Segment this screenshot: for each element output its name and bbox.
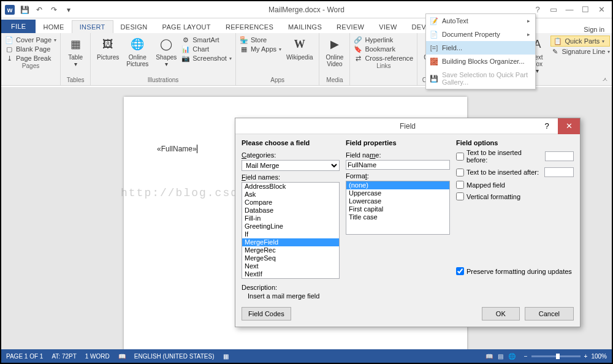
fieldnames-listbox[interactable]: AddressBlockAskCompareDatabaseFill-inGre… (242, 182, 340, 279)
tab-view[interactable]: VIEW (371, 21, 404, 33)
format-listbox[interactable]: (none)UppercaseLowercaseFirst capitalTit… (346, 181, 450, 235)
fieldname-item[interactable]: Database (242, 207, 339, 214)
opt-before-check[interactable] (456, 153, 464, 161)
smartart-button[interactable]: ⚙SmartArt (181, 36, 232, 44)
tab-file[interactable]: FILE (1, 20, 36, 33)
dialog-titlebar[interactable]: Field ? ✕ (235, 118, 580, 134)
chart-button[interactable]: 📊Chart (181, 45, 232, 53)
signature-line-button[interactable]: ✎Signature Line (550, 47, 610, 56)
shapes-button[interactable]: ◯Shapes▾ (153, 34, 179, 69)
qat-customize-icon[interactable]: ▾ (64, 5, 74, 15)
dialog-close-icon[interactable]: ✕ (558, 118, 580, 134)
fieldname-item[interactable]: If (242, 230, 339, 238)
collapse-ribbon-icon[interactable]: ㅅ (602, 75, 608, 84)
fieldname-item[interactable]: MergeField (242, 238, 339, 246)
wikipedia-button[interactable]: WWikipedia (284, 34, 315, 62)
view-read-icon[interactable]: 📖 (485, 353, 493, 360)
merge-field-text: «FullName» (157, 145, 197, 153)
opt-before[interactable]: Text to be inserted before: (456, 149, 574, 164)
status-language[interactable]: ENGLISH (UNITED STATES) (134, 353, 215, 360)
opt-mapped[interactable]: Mapped field (456, 181, 574, 189)
fieldname-item[interactable]: Set (242, 278, 339, 279)
format-item[interactable]: (none) (346, 181, 449, 189)
blank-page-button[interactable]: ▢Blank Page (5, 45, 56, 53)
categories-select[interactable]: Mail Merge (242, 160, 340, 171)
menu-autotext[interactable]: 📝AutoText▸ (426, 14, 535, 28)
status-macro-icon[interactable]: ▦ (223, 353, 229, 360)
bookmark-button[interactable]: 🔖Bookmark (354, 45, 413, 53)
signin-link[interactable]: Sign in (584, 26, 612, 33)
screenshot-button[interactable]: 📷Screenshot (181, 54, 232, 63)
crossref-button[interactable]: ⇄Cross-reference (354, 54, 413, 63)
maximize-icon[interactable]: ☐ (581, 5, 590, 14)
opt-before-input[interactable] (545, 151, 574, 161)
opt-vertical-check[interactable] (456, 192, 464, 200)
help-icon[interactable]: ? (533, 5, 542, 14)
tab-home[interactable]: HOME (36, 21, 71, 33)
fieldname-input[interactable] (346, 160, 450, 170)
opt-preserve[interactable]: Preserve formatting during updates (456, 267, 574, 275)
format-item[interactable]: Lowercase (346, 197, 449, 205)
status-proofing-icon[interactable]: 📖 (118, 353, 126, 360)
minimize-icon[interactable]: — (565, 5, 574, 14)
zoom-slider[interactable] (531, 355, 581, 357)
close-icon[interactable]: ✕ (597, 5, 606, 14)
status-at[interactable]: AT: 72PT (51, 353, 76, 360)
view-buttons: 📖 ▤ 🌐 (485, 353, 516, 360)
redo-icon[interactable]: ↷ (49, 5, 59, 15)
opt-preserve-check[interactable] (456, 267, 464, 275)
format-item[interactable]: First capital (346, 205, 449, 213)
fieldname-item[interactable]: AddressBlock (242, 183, 339, 191)
page-break-button[interactable]: ⤓Page Break (5, 54, 56, 63)
options-label: Field options (456, 139, 574, 146)
fieldname-item[interactable]: Fill-in (242, 214, 339, 222)
opt-mapped-check[interactable] (456, 181, 464, 189)
myapps-button[interactable]: ▦My Apps (240, 45, 281, 53)
save-icon[interactable]: 💾 (20, 5, 29, 15)
fieldname-item[interactable]: NextIf (242, 270, 339, 278)
fieldname-item[interactable]: Next (242, 262, 339, 270)
field-codes-button[interactable]: Field Codes (242, 307, 291, 320)
store-button[interactable]: 🏪Store (240, 36, 281, 44)
tab-references[interactable]: REFERENCES (218, 21, 281, 33)
dialog-help-icon[interactable]: ? (536, 118, 558, 134)
zoom-out-icon[interactable]: − (524, 353, 528, 360)
view-print-icon[interactable]: ▤ (498, 353, 503, 360)
status-page[interactable]: PAGE 1 OF 1 (6, 353, 43, 360)
format-item[interactable]: Uppercase (346, 189, 449, 197)
fieldname-item[interactable]: Ask (242, 191, 339, 199)
fieldname-item[interactable]: MergeRec (242, 246, 339, 254)
online-pictures-button[interactable]: 🌐Online Pictures (124, 34, 151, 69)
hyperlink-button[interactable]: 🔗Hyperlink (354, 36, 413, 44)
cover-page-button[interactable]: 📄Cover Page (5, 36, 56, 44)
pictures-button[interactable]: 🖼Pictures (94, 34, 121, 62)
zoom-in-icon[interactable]: + (584, 353, 588, 360)
fieldname-item[interactable]: MergeSeq (242, 254, 339, 262)
opt-after-input[interactable] (544, 167, 574, 177)
group-label-apps: Apps (240, 77, 316, 84)
menu-building-blocks[interactable]: 🧱Building Blocks Organizer... (426, 55, 535, 68)
fieldname-item[interactable]: GreetingLine (242, 222, 339, 230)
tab-page-layout[interactable]: PAGE LAYOUT (155, 21, 218, 33)
view-web-icon[interactable]: 🌐 (508, 353, 516, 360)
cancel-button[interactable]: Cancel (525, 307, 574, 320)
menu-field[interactable]: [=]Field... (426, 41, 535, 55)
status-words[interactable]: 1 WORD (85, 353, 110, 360)
ok-button[interactable]: OK (482, 307, 520, 320)
tab-review[interactable]: REVIEW (329, 21, 371, 33)
zoom-value[interactable]: 100% (591, 353, 607, 360)
opt-vertical[interactable]: Vertical formatting (456, 192, 574, 200)
quick-parts-button[interactable]: 📋Quick Parts (550, 36, 610, 47)
table-button[interactable]: ▦Table▾ (64, 34, 86, 69)
ribbon-display-icon[interactable]: ▭ (549, 5, 558, 14)
tab-design[interactable]: DESIGN (113, 21, 155, 33)
undo-icon[interactable]: ↶ (34, 5, 44, 15)
online-video-button[interactable]: ▶Online Video (323, 34, 346, 69)
tab-mailings[interactable]: MAILINGS (281, 21, 329, 33)
fieldname-item[interactable]: Compare (242, 199, 339, 207)
menu-document-property[interactable]: 📄Document Property▸ (426, 28, 535, 41)
format-item[interactable]: Title case (346, 213, 449, 221)
opt-after-check[interactable] (456, 169, 464, 176)
tab-insert[interactable]: INSERT (72, 20, 113, 33)
opt-after[interactable]: Text to be inserted after: (456, 167, 574, 177)
